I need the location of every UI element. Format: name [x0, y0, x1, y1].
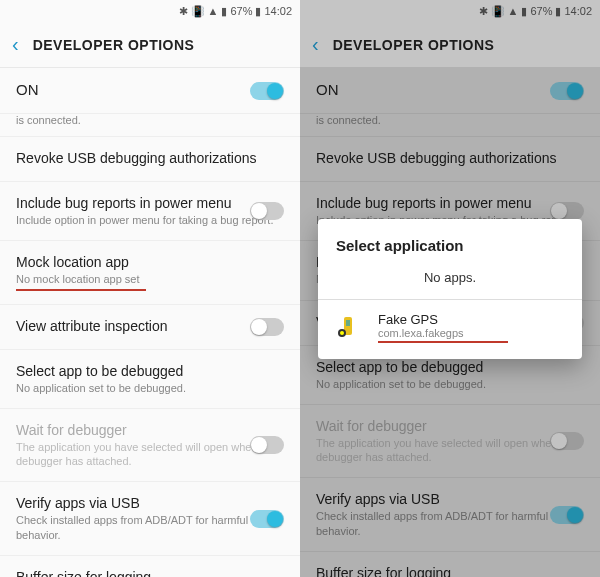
row-debug-app[interactable]: Select app to be debugged No application…	[0, 350, 300, 409]
toggle-verify[interactable]	[250, 510, 284, 528]
row-view-attr[interactable]: View attribute inspection	[0, 305, 300, 350]
status-bar: ✱ 📳 ▲ ▮ 67% ▮ 14:02	[0, 0, 300, 22]
select-application-dialog: Select application No apps. Fake GPS com…	[318, 219, 582, 359]
right-screen: ✱ 📳 ▲ ▮ 67% ▮ 14:02 ‹ DEVELOPER OPTIONS …	[300, 0, 600, 577]
highlight-underline	[16, 289, 146, 291]
left-screen: ✱ 📳 ▲ ▮ 67% ▮ 14:02 ‹ DEVELOPER OPTIONS …	[0, 0, 300, 577]
toggle-bugreport[interactable]	[250, 202, 284, 220]
battery-text: 67%	[230, 5, 252, 17]
header: ‹ DEVELOPER OPTIONS	[0, 22, 300, 68]
dialog-app-row[interactable]: Fake GPS com.lexa.fakegps	[318, 300, 582, 359]
highlight-underline	[378, 341, 508, 343]
toggle-waitdbg	[250, 436, 284, 454]
app-info: Fake GPS com.lexa.fakegps	[378, 312, 564, 343]
back-icon[interactable]: ‹	[12, 33, 19, 56]
page-title: DEVELOPER OPTIONS	[33, 37, 195, 53]
dialog-no-apps[interactable]: No apps.	[318, 264, 582, 299]
row-mock-location[interactable]: Mock location app No mock location app s…	[0, 241, 300, 304]
app-name: Fake GPS	[378, 312, 564, 327]
battery-icon: ▮	[255, 5, 261, 18]
wifi-icon: ▲	[208, 5, 219, 17]
bluetooth-icon: ✱	[179, 5, 188, 18]
dialog-overlay[interactable]: Select application No apps. Fake GPS com…	[300, 0, 600, 577]
svg-rect-1	[346, 320, 350, 326]
signal-icon: ▮	[221, 5, 227, 18]
time-text: 14:02	[264, 5, 292, 17]
fake-gps-app-icon	[336, 313, 364, 341]
svg-point-3	[340, 331, 344, 335]
row-wait-debugger: Wait for debugger The application you ha…	[0, 409, 300, 483]
toggle-viewattr[interactable]	[250, 318, 284, 336]
toggle-on[interactable]	[250, 82, 284, 100]
vibrate-icon: 📳	[191, 5, 205, 18]
row-buffer[interactable]: Buffer size for logging 256K per log buf…	[0, 556, 300, 577]
app-package: com.lexa.fakegps	[378, 327, 564, 339]
row-bugreport[interactable]: Include bug reports in power menu Includ…	[0, 182, 300, 241]
row-revoke[interactable]: Revoke USB debugging authorizations	[0, 137, 300, 182]
dialog-title: Select application	[318, 219, 582, 264]
settings-list[interactable]: ON is connected. Revoke USB debugging au…	[0, 68, 300, 577]
row-verify-usb[interactable]: Verify apps via USB Check installed apps…	[0, 482, 300, 556]
row-on[interactable]: ON	[0, 68, 300, 114]
partial-connected: is connected.	[0, 114, 300, 137]
